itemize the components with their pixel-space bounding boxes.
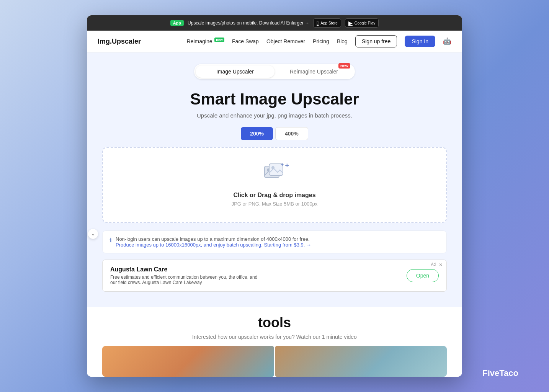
- fivetaco-bar: FiveTaco: [467, 362, 534, 384]
- tab-bar: Image Upscaler Reimagine Upscaler NEW: [194, 64, 355, 79]
- nav-link-blog[interactable]: Blog: [337, 38, 348, 44]
- main-content: Image Upscaler Reimagine Upscaler NEW Sm…: [87, 52, 462, 307]
- nav-item-faceswap[interactable]: Face Swap: [232, 38, 259, 45]
- tools-subtitle: Interested how our upscaler works for yo…: [102, 334, 447, 340]
- nav-link-faceswap[interactable]: Face Swap: [232, 38, 259, 44]
- scale-buttons: 200% 400%: [102, 127, 447, 140]
- sidebar-chevron[interactable]: ⌄: [88, 229, 98, 239]
- drop-title: Click or Drag & drop images: [111, 192, 438, 199]
- nav-link-pricing[interactable]: Pricing: [313, 38, 329, 44]
- info-link[interactable]: Produce images up to 16000x16000px, and …: [116, 242, 311, 248]
- preview-images: [102, 346, 447, 377]
- ad-open-button[interactable]: Open: [407, 269, 439, 282]
- ad-container: Ad ✕ Augusta Lawn Care Free estimates an…: [102, 260, 447, 292]
- scale-400-button[interactable]: 400%: [275, 127, 308, 140]
- signup-button[interactable]: Sign up free: [355, 35, 397, 47]
- logo: Img.Upscaler: [98, 38, 141, 46]
- appstore-button[interactable]:  App Store: [313, 18, 341, 28]
- preview-image-1: [102, 346, 274, 377]
- fivetaco-label: FiveTaco: [482, 368, 518, 378]
- promo-text: Upscale images/photos on mobile. Downloa…: [188, 20, 309, 26]
- hero-subtitle: Upscale and enhance your jpg, png images…: [102, 112, 447, 119]
- ad-description: Free estimates and efficient communicati…: [110, 274, 263, 285]
- tools-title: tools: [102, 315, 447, 331]
- ad-close-button[interactable]: ✕: [439, 262, 443, 268]
- below-fold: tools Interested how our upscaler works …: [87, 307, 462, 377]
- svg-text:+: +: [281, 163, 284, 167]
- ad-label: Ad: [431, 262, 436, 266]
- hero-title: Smart Image Upscaler: [102, 90, 447, 108]
- nav-link-reimagine[interactable]: Reimagine new: [187, 38, 224, 44]
- nav-item-reimagine[interactable]: Reimagine new: [187, 38, 224, 45]
- ad-title: Augusta Lawn Care: [110, 266, 263, 273]
- navbar: Img.Upscaler Reimagine new Face Swap Obj…: [87, 31, 462, 52]
- drop-subtitle: JPG or PNG. Max Size 5MB or 1000px: [111, 201, 438, 207]
- tab-image-upscaler[interactable]: Image Upscaler: [196, 65, 274, 78]
- top-bar: App Upscale images/photos on mobile. Dow…: [87, 15, 462, 31]
- nav-item-blog[interactable]: Blog: [337, 38, 348, 45]
- apple-icon: : [317, 20, 319, 26]
- drop-zone[interactable]: + Click or Drag & drop images JPG or PNG…: [102, 147, 447, 223]
- info-text: Non-login users can upscale images up to…: [116, 236, 310, 242]
- appstore-label: App Store: [320, 21, 337, 25]
- nav-item-objectremover[interactable]: Object Remover: [266, 38, 305, 45]
- scale-200-button[interactable]: 200%: [241, 127, 273, 140]
- preview-image-2: [275, 346, 447, 377]
- signin-button[interactable]: Sign In: [405, 36, 435, 47]
- info-icon: ℹ: [109, 237, 112, 244]
- new-badge-red: NEW: [338, 63, 350, 69]
- tab-reimagine-upscaler[interactable]: Reimagine Upscaler NEW: [274, 65, 353, 78]
- browser-window: App Upscale images/photos on mobile. Dow…: [87, 15, 462, 377]
- nav-link-objectremover[interactable]: Object Remover: [266, 38, 305, 44]
- app-badge: App: [170, 20, 184, 26]
- nav-item-pricing[interactable]: Pricing: [313, 38, 329, 45]
- play-icon: ▶: [348, 20, 353, 26]
- googleplay-label: Google Play: [355, 21, 375, 25]
- ad-content: Augusta Lawn Care Free estimates and eff…: [110, 266, 263, 285]
- robot-icon[interactable]: 🤖: [443, 37, 451, 46]
- nav-links: Reimagine new Face Swap Object Remover P…: [187, 38, 348, 45]
- googleplay-button[interactable]: ▶ Google Play: [345, 18, 379, 28]
- info-bar: ℹ Non-login users can upscale images up …: [102, 230, 447, 253]
- reimagine-new-badge: new: [214, 38, 224, 42]
- upload-icon: +: [263, 163, 286, 186]
- chevron-down-icon: ⌄: [91, 231, 95, 237]
